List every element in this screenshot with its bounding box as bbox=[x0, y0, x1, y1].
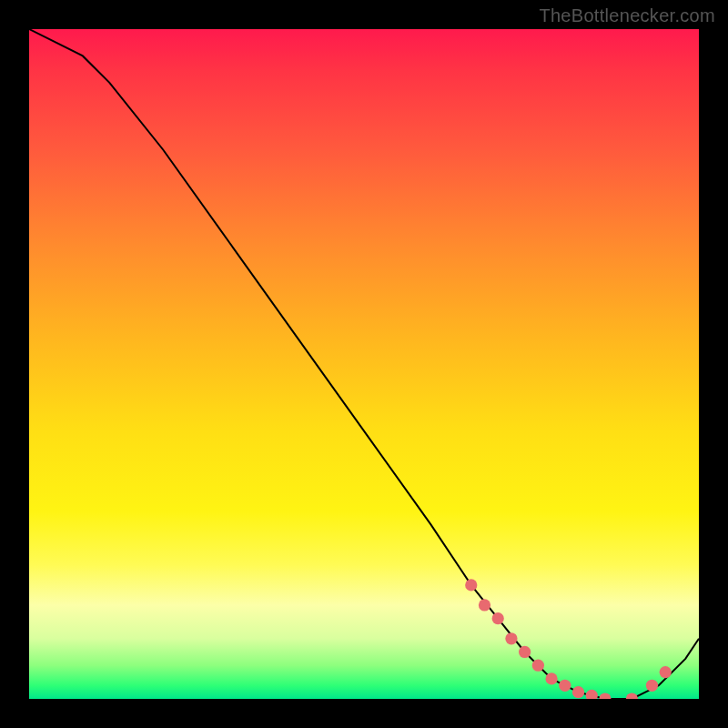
marker-dot bbox=[646, 680, 658, 692]
marker-dot bbox=[545, 672, 557, 684]
marker-dot bbox=[572, 686, 584, 698]
chart-container: TheBottlenecker.com bbox=[0, 0, 728, 728]
marker-dot bbox=[519, 646, 531, 658]
line-series bbox=[29, 29, 699, 699]
marker-dot bbox=[660, 666, 672, 678]
marker-series bbox=[465, 579, 672, 699]
marker-dot bbox=[559, 680, 571, 692]
watermark-text: TheBottlenecker.com bbox=[539, 5, 715, 26]
marker-dot bbox=[532, 660, 544, 672]
marker-dot bbox=[505, 632, 517, 644]
chart-svg bbox=[29, 29, 699, 699]
curve-line bbox=[29, 29, 699, 699]
plot-area bbox=[29, 29, 699, 699]
marker-dot bbox=[465, 579, 477, 591]
marker-dot bbox=[586, 690, 598, 699]
marker-dot bbox=[599, 693, 611, 699]
marker-dot bbox=[626, 693, 638, 699]
marker-dot bbox=[492, 612, 504, 624]
marker-dot bbox=[479, 599, 490, 611]
